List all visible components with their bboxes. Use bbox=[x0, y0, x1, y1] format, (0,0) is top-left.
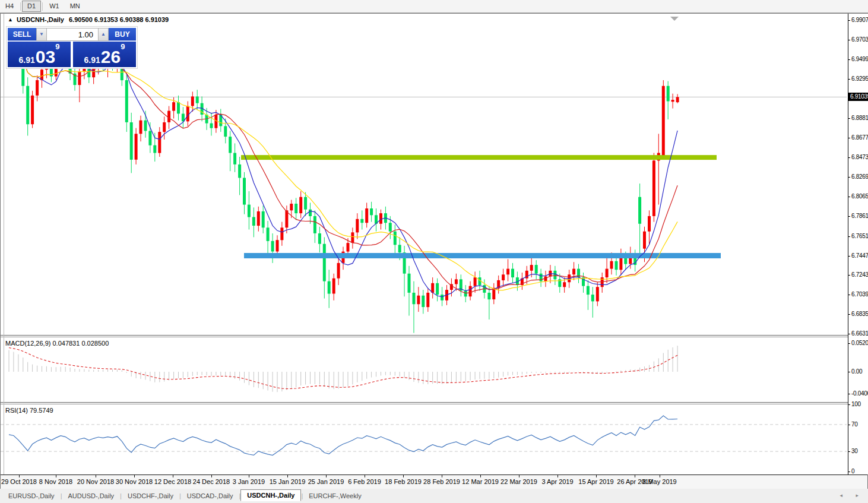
price-axis-label: 6.66310 bbox=[851, 330, 868, 337]
support-line[interactable] bbox=[244, 253, 721, 258]
price-axis-label: 6.99070 bbox=[851, 17, 868, 23]
candle-body bbox=[224, 126, 227, 137]
candle-body bbox=[464, 291, 467, 297]
chart-tab-eurusd-daily[interactable]: EURUSD-,Daily bbox=[2, 491, 61, 501]
chart-tab-usdchf-daily[interactable]: USDCHF-,Daily bbox=[122, 491, 179, 501]
candle-body bbox=[167, 111, 170, 122]
one-click-trade-panel: SELL ▼ ▲ BUY 6.91 03 9 6.91 26 9 bbox=[7, 27, 137, 68]
candle-body bbox=[31, 96, 34, 124]
timeframe-button-mn[interactable]: MN bbox=[65, 1, 85, 12]
candle-body bbox=[455, 279, 458, 284]
candle-body bbox=[26, 86, 29, 125]
date-label: 12 Mar 2019 bbox=[462, 478, 499, 485]
chart-window: ▲ USDCNH-,Daily 6.90500 6.91353 6.90388 … bbox=[0, 13, 868, 489]
candle-body bbox=[652, 160, 655, 216]
axis-tick bbox=[848, 138, 850, 138]
candle-body bbox=[441, 295, 443, 300]
candle-body bbox=[417, 296, 420, 305]
candle-body bbox=[360, 219, 363, 223]
buy-button[interactable]: BUY bbox=[109, 28, 136, 41]
candle-body bbox=[290, 204, 293, 210]
sell-price-prefix: 6.91 bbox=[19, 55, 35, 65]
chart-shift-marker[interactable] bbox=[670, 17, 679, 21]
chart-tab-usdcnh-daily[interactable]: USDCNH-,Daily bbox=[240, 489, 301, 501]
resistance-line[interactable] bbox=[241, 155, 717, 160]
candle-body bbox=[130, 122, 133, 160]
date-label: 24 Dec 2018 bbox=[193, 478, 230, 485]
candle-body bbox=[328, 281, 331, 294]
current-price-tag: 6.91039 bbox=[848, 93, 868, 101]
axis-tick bbox=[848, 472, 850, 472]
buy-price-display[interactable]: 6.91 26 9 bbox=[73, 42, 136, 67]
date-tick bbox=[403, 475, 404, 477]
candle-body bbox=[610, 261, 613, 269]
candle-body bbox=[257, 211, 260, 226]
price-axis-label: 6.68350 bbox=[851, 311, 868, 317]
date-tick bbox=[365, 475, 365, 477]
trading-app: H4D1W1MN ▲ USDCNH-,Daily 6.90500 6.91353… bbox=[0, 0, 868, 503]
rsi-pane[interactable] bbox=[1, 404, 848, 474]
sell-button[interactable]: SELL bbox=[8, 28, 36, 41]
chart-ohlc-values: 6.90500 6.91353 6.90388 6.91039 bbox=[69, 16, 169, 23]
candle-body bbox=[667, 86, 670, 102]
collapse-panel-icon[interactable]: ▲ bbox=[8, 17, 13, 23]
date-tick bbox=[249, 475, 249, 477]
candles bbox=[8, 31, 679, 333]
macd-pane[interactable] bbox=[1, 337, 848, 402]
timeframe-button-w1[interactable]: W1 bbox=[44, 1, 65, 12]
date-label: 29 Oct 2018 bbox=[1, 478, 37, 485]
rsi-axis-label: 70 bbox=[851, 421, 868, 428]
price-axis[interactable]: 6.990706.970306.949906.929506.888106.867… bbox=[848, 14, 868, 474]
date-axis[interactable]: 29 Oct 20188 Nov 201820 Nov 201830 Nov 2… bbox=[1, 474, 867, 489]
axis-tick bbox=[848, 236, 850, 237]
candle-body bbox=[309, 210, 312, 216]
candle-body bbox=[332, 279, 335, 294]
timeframe-button-h4[interactable]: H4 bbox=[0, 1, 19, 12]
tab-scroll-arrows[interactable]: ◂ ▸ bbox=[840, 492, 864, 498]
candle-body bbox=[422, 296, 425, 307]
candle-body bbox=[606, 269, 609, 278]
date-tick bbox=[442, 475, 442, 477]
candle-body bbox=[619, 257, 622, 270]
candle-body bbox=[262, 211, 265, 227]
price-axis-label: 6.88810 bbox=[851, 115, 868, 121]
chart-tab-audusd-daily[interactable]: AUDUSD-,Daily bbox=[62, 491, 120, 501]
volume-box bbox=[47, 28, 98, 41]
date-label: 6 Feb 2019 bbox=[348, 478, 381, 485]
date-tick bbox=[56, 475, 56, 477]
axis-tick bbox=[848, 451, 850, 452]
volume-decrease-button[interactable]: ▼ bbox=[36, 28, 47, 41]
chart-title-row: ▲ USDCNH-,Daily 6.90500 6.91353 6.90388 … bbox=[8, 16, 169, 23]
price-axis-label: 6.92950 bbox=[851, 75, 868, 82]
axis-tick bbox=[848, 177, 850, 178]
date-tick bbox=[211, 475, 212, 477]
date-tick bbox=[134, 475, 135, 477]
date-label: 15 Jan 2019 bbox=[270, 478, 306, 485]
volume-input[interactable] bbox=[47, 29, 98, 40]
chart-tab-usdcad-daily[interactable]: USDCAD-,Daily bbox=[181, 491, 239, 501]
price-axis-label: 6.74470 bbox=[851, 252, 868, 259]
date-tick bbox=[19, 475, 20, 477]
candle-body bbox=[540, 274, 543, 281]
candle-body bbox=[172, 102, 175, 111]
candle-body bbox=[280, 227, 283, 240]
rsi-axis-label: 0 bbox=[851, 468, 868, 474]
candle-body bbox=[318, 233, 321, 244]
axis-tick bbox=[848, 157, 850, 158]
candle-body bbox=[365, 208, 368, 223]
axis-tick bbox=[848, 118, 850, 119]
sell-price-display[interactable]: 6.91 03 9 bbox=[8, 42, 71, 67]
candle-body bbox=[78, 72, 81, 86]
chart-tab-bar: EURUSD-,Daily|AUDUSD-,Daily|USDCHF-,Dail… bbox=[0, 489, 868, 503]
chart-tab-eurchf-weekly[interactable]: EURCHF-,Weekly bbox=[303, 491, 367, 501]
candle-body bbox=[36, 80, 39, 96]
candle-body bbox=[615, 261, 618, 270]
candle-body bbox=[191, 96, 194, 106]
volume-increase-button[interactable]: ▲ bbox=[98, 28, 109, 41]
candle-body bbox=[436, 283, 439, 295]
candle-body bbox=[347, 243, 350, 252]
buy-price-prefix: 6.91 bbox=[84, 55, 100, 65]
candle-body bbox=[158, 132, 161, 153]
candle-body bbox=[267, 227, 270, 241]
timeframe-button-d1[interactable]: D1 bbox=[22, 1, 41, 12]
